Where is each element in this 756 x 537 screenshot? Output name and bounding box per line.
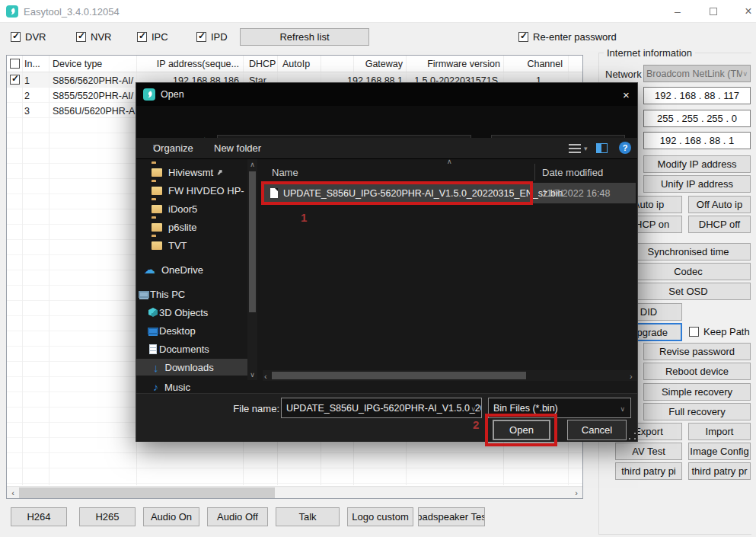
easytool-app-icon: [143, 88, 155, 101]
logo-custom-button[interactable]: Logo custom: [347, 507, 413, 526]
tree-item-onedrive[interactable]: ☁OneDrive: [144, 261, 203, 278]
av-test-button[interactable]: AV Test: [615, 443, 682, 460]
file-name-input[interactable]: UPDATE_S856U_IPG-5620PHR-AI_V1.5.0_20220…: [281, 398, 482, 418]
folder-tree: Hiviewsmt FW HIVDEO HP- iDoor5 p6slite T…: [136, 159, 258, 393]
date-column-header[interactable]: Date modified: [542, 167, 603, 178]
talk-button[interactable]: Talk: [276, 507, 340, 526]
row3-index: 3: [24, 106, 30, 117]
file-date: 11/7/2022 16:48: [542, 188, 610, 199]
revise-password-button[interactable]: Revise password: [643, 343, 751, 360]
ipc-checkbox[interactable]: [137, 32, 147, 42]
column-divider[interactable]: [534, 164, 535, 181]
ip-address-field[interactable]: 192 . 168 . 88 . 117: [643, 87, 751, 104]
nvr-checkbox[interactable]: [76, 32, 86, 42]
view-list-icon[interactable]: [569, 144, 581, 153]
maximize-button[interactable]: [702, 0, 725, 22]
set-osd-button[interactable]: Set OSD: [626, 283, 751, 300]
filter-ipc[interactable]: IPC: [137, 31, 168, 43]
tree-item-documents[interactable]: Documents: [153, 340, 209, 357]
tree-scrollbar[interactable]: ∧ ∨: [247, 159, 257, 380]
modify-ip-button[interactable]: Modify IP address: [643, 155, 751, 173]
col-index: In...: [24, 59, 40, 69]
col-gateway: Gateway: [334, 59, 403, 69]
simple-recovery-button[interactable]: Simple recovery: [643, 383, 751, 401]
minimize-button[interactable]: –: [666, 0, 689, 22]
select-all-checkbox[interactable]: [10, 59, 20, 69]
tree-item-this-pc[interactable]: This PC: [144, 286, 185, 302]
resize-grip[interactable]: [628, 432, 636, 440]
network-label: Network: [605, 69, 642, 80]
third-party-button-right[interactable]: third patry pr: [688, 462, 751, 480]
dialog-close-button[interactable]: ×: [614, 83, 638, 106]
col-channel: Channel: [506, 59, 563, 69]
audio-off-button[interactable]: Audio Off: [207, 507, 268, 526]
app-titlebar: Easytool_3.4.0.12054 – ×: [0, 0, 756, 23]
off-auto-ip-button[interactable]: Off Auto ip: [688, 196, 751, 213]
unify-ip-button[interactable]: Unify IP address: [643, 175, 751, 193]
gateway-field[interactable]: 192 . 168 . 88 . 1: [643, 132, 751, 149]
h264-button[interactable]: H264: [11, 507, 67, 526]
codec-button[interactable]: Codec: [626, 263, 751, 280]
cancel-button[interactable]: Cancel: [567, 420, 627, 440]
keep-path-label: Keep Path: [703, 326, 750, 337]
reenter-password-option[interactable]: Re-enter password: [518, 31, 617, 43]
tree-item-hiviewsmt[interactable]: Hiviewsmt: [152, 164, 225, 181]
filter-ipd[interactable]: IPD: [196, 31, 228, 43]
chevron-down-icon: ∨: [742, 70, 748, 78]
scrollbar-thumb[interactable]: [19, 487, 275, 498]
scroll-left-icon[interactable]: ‹: [264, 372, 267, 381]
close-button[interactable]: ×: [737, 0, 756, 22]
dhcp-off-button[interactable]: DHCP off: [688, 216, 751, 233]
row3-device-type: S856U/5620PHR-A: [53, 106, 135, 117]
full-recovery-button[interactable]: Full recovery: [643, 403, 751, 420]
reenter-password-checkbox[interactable]: [518, 32, 528, 42]
audio-on-button[interactable]: Audio On: [143, 507, 199, 526]
image-config-button[interactable]: Image Config: [688, 443, 751, 460]
ipd-checkbox[interactable]: [196, 32, 206, 42]
preview-pane-icon[interactable]: [596, 143, 608, 153]
new-folder-button[interactable]: New folder: [214, 142, 261, 154]
keep-path-checkbox[interactable]: [689, 327, 699, 337]
help-icon[interactable]: ?: [619, 142, 631, 154]
view-dropdown-icon[interactable]: ▾: [584, 145, 588, 152]
dialog-address-bar: ← → ∨ ↑ « Downloads › fw fix voice Eng ∨…: [136, 106, 637, 138]
tree-item-downloads[interactable]: ↓ Downloads: [136, 359, 247, 376]
import-button[interactable]: Import: [688, 423, 751, 440]
window-title: Easytool_3.4.0.12054: [24, 6, 120, 18]
row1-checkbox[interactable]: [10, 75, 20, 85]
filter-dvr[interactable]: DVR: [11, 31, 46, 43]
h265-button[interactable]: H265: [79, 507, 136, 526]
synchronised-time-button[interactable]: Synchronised time: [626, 243, 751, 261]
tree-item-idoor5[interactable]: iDoor5: [152, 200, 197, 217]
reenter-password-label: Re-enter password: [533, 31, 617, 43]
group-title: Internet information: [604, 47, 695, 59]
filter-nvr[interactable]: NVR: [76, 31, 111, 43]
name-column-header[interactable]: Name: [272, 167, 298, 178]
scroll-up-icon[interactable]: ∧: [247, 161, 257, 168]
tree-item-fw-hivdeo[interactable]: FW HIVDEO HP-: [152, 182, 244, 199]
third-party-button-left[interactable]: third patry pi: [615, 462, 682, 480]
reboot-device-button[interactable]: Reboot device: [643, 363, 751, 380]
keep-path-option[interactable]: Keep Path: [689, 326, 750, 337]
scroll-down-icon[interactable]: ∨: [247, 371, 257, 379]
chevron-down-icon: ∨: [471, 405, 476, 413]
subnet-mask-field[interactable]: 255 . 255 . 255 . 0: [643, 110, 751, 127]
network-select[interactable]: Broadcom NetLink (TM ∨: [643, 65, 751, 82]
dvr-checkbox[interactable]: [11, 32, 21, 42]
tree-item-p6slite[interactable]: p6slite: [152, 219, 197, 235]
scrollbar-thumb[interactable]: [249, 171, 256, 312]
scrollbar-thumb[interactable]: [272, 372, 526, 379]
table-header[interactable]: In... Device type IP address(seque... DH…: [7, 56, 582, 72]
loudspeaker-test-button[interactable]: oadspeaker Tes: [418, 507, 485, 526]
scroll-right-icon[interactable]: ›: [630, 372, 633, 381]
ipd-label: IPD: [211, 31, 228, 43]
tree-item-3d-objects[interactable]: 3D Objects: [153, 304, 208, 321]
tree-item-desktop[interactable]: Desktop: [153, 322, 196, 339]
scroll-right-icon[interactable]: ›: [570, 487, 582, 499]
list-horizontal-scrollbar[interactable]: ‹ ›: [263, 370, 637, 381]
dialog-titlebar: Open ×: [136, 83, 637, 106]
tree-item-tvt[interactable]: TVT: [152, 237, 187, 254]
scroll-left-icon[interactable]: ‹: [7, 487, 19, 499]
refresh-list-button[interactable]: Refresh list: [240, 28, 369, 46]
table-horizontal-scrollbar[interactable]: ‹ ›: [7, 486, 582, 498]
